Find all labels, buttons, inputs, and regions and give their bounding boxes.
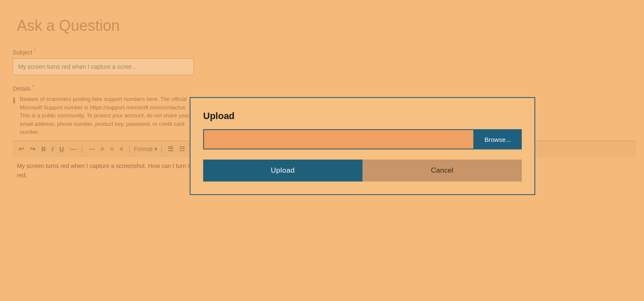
align-left-button[interactable]: ⋯ — [87, 144, 97, 154]
subject-label: Subject * — [13, 47, 636, 56]
redo-button[interactable]: ↪ — [28, 144, 37, 154]
strikethrough-button[interactable]: — — [68, 144, 78, 153]
subject-input[interactable] — [13, 58, 194, 75]
dialog-actions: Upload Cancel — [203, 160, 522, 182]
details-label: Details * — [13, 84, 636, 92]
page-title: Ask a Question — [17, 17, 636, 35]
bold-button[interactable]: B — [40, 144, 48, 153]
italic-button[interactable]: I — [50, 144, 55, 153]
format-dropdown[interactable]: Format ▾ — [134, 146, 157, 152]
undo-button[interactable]: ↩ — [17, 144, 26, 154]
justify-button[interactable]: ≡ — [118, 144, 125, 153]
upload-dialog: Upload Browse... Upload Cancel — [190, 97, 535, 195]
numbered-list-button[interactable]: ☷ — [177, 144, 186, 154]
upload-button[interactable]: Upload — [203, 160, 362, 182]
separator-3: | — [161, 144, 163, 153]
cancel-button[interactable]: Cancel — [362, 160, 522, 182]
warning-text: Beware of scammers posting fake support … — [20, 95, 197, 136]
align-right-button[interactable]: ≡ — [108, 144, 115, 153]
bullet-list-button[interactable]: ☰ — [166, 144, 175, 154]
file-input-row: Browse... — [203, 129, 522, 149]
align-center-button[interactable]: ≡ — [99, 144, 106, 153]
page-background: Ask a Question Subject * Details * ℹ Bew… — [0, 0, 644, 301]
underline-button[interactable]: U — [58, 144, 66, 153]
info-icon: ℹ — [13, 96, 16, 105]
separator-2: | — [129, 144, 131, 153]
browse-button[interactable]: Browse... — [473, 129, 522, 149]
file-path-input[interactable] — [203, 129, 473, 149]
dialog-title: Upload — [203, 111, 522, 122]
separator-1: | — [81, 144, 83, 153]
